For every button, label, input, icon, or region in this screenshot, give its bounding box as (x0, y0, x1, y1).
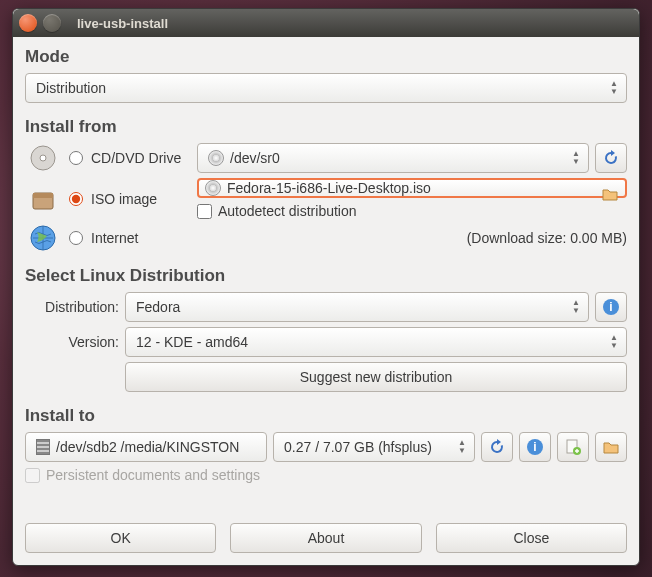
disc-icon (208, 150, 224, 166)
window-close-button[interactable] (19, 14, 37, 32)
distribution-value: Fedora (136, 299, 180, 315)
distribution-dropdown[interactable]: Fedora ▲▼ (125, 292, 589, 322)
source-internet-label: Internet (91, 230, 191, 246)
cd-device-value: /dev/sr0 (230, 150, 280, 166)
package-icon (25, 185, 61, 213)
mode-heading: Mode (25, 47, 627, 67)
chevron-updown-icon: ▲▼ (570, 148, 582, 168)
titlebar[interactable]: live-usb-install (13, 9, 639, 37)
target-refresh-button[interactable] (481, 432, 513, 462)
iso-file-chooser[interactable]: Fedora-15-i686-Live-Desktop.iso (197, 178, 627, 198)
target-add-button[interactable] (557, 432, 589, 462)
close-button[interactable]: Close (436, 523, 627, 553)
mode-dropdown-value: Distribution (36, 80, 106, 96)
info-icon: i (602, 298, 620, 316)
chevron-updown-icon: ▲▼ (608, 332, 620, 352)
cd-drive-icon (25, 144, 61, 172)
target-device-dropdown[interactable]: /dev/sdb2 /media/KINGSTON (25, 432, 267, 462)
window-body: Mode Distribution ▲▼ Install from CD/DVD… (13, 37, 639, 498)
source-cd-label: CD/DVD Drive (91, 150, 191, 166)
version-value: 12 - KDE - amd64 (136, 334, 248, 350)
suggest-distribution-button[interactable]: Suggest new distribution (125, 362, 627, 392)
suggest-distribution-label: Suggest new distribution (300, 369, 453, 385)
autodetect-row[interactable]: Autodetect distribution (197, 203, 627, 219)
persistent-checkbox (25, 468, 40, 483)
distribution-field-label: Distribution: (25, 299, 119, 315)
svg-rect-3 (33, 193, 53, 198)
target-browse-button[interactable] (595, 432, 627, 462)
install-to-heading: Install to (25, 406, 627, 426)
svg-text:i: i (609, 300, 612, 314)
persistent-row: Persistent documents and settings (25, 467, 627, 483)
folder-open-icon (601, 185, 619, 203)
svg-point-1 (40, 155, 46, 161)
target-device-value: /dev/sdb2 /media/KINGSTON (56, 439, 239, 455)
folder-open-icon (602, 438, 620, 456)
version-field-label: Version: (25, 334, 119, 350)
source-iso-radio[interactable] (69, 192, 83, 206)
select-dist-heading: Select Linux Distribution (25, 266, 627, 286)
install-from-heading: Install from (25, 117, 627, 137)
chevron-updown-icon: ▲▼ (456, 437, 468, 457)
source-iso-label: ISO image (91, 191, 191, 207)
app-window: live-usb-install Mode Distribution ▲▼ In… (12, 8, 640, 566)
document-add-icon (564, 438, 582, 456)
target-partition-dropdown[interactable]: 0.27 / 7.07 GB (hfsplus) ▲▼ (273, 432, 475, 462)
persistent-label: Persistent documents and settings (46, 467, 260, 483)
source-cd-radio[interactable] (69, 151, 83, 165)
button-bar: OK About Close (25, 523, 627, 553)
chevron-updown-icon: ▲▼ (570, 297, 582, 317)
ok-button[interactable]: OK (25, 523, 216, 553)
chevron-updown-icon: ▲▼ (608, 78, 620, 98)
cd-refresh-button[interactable] (595, 143, 627, 173)
refresh-icon (488, 438, 506, 456)
target-partition-value: 0.27 / 7.07 GB (hfsplus) (284, 439, 432, 455)
usb-icon (36, 439, 50, 455)
autodetect-label: Autodetect distribution (218, 203, 357, 219)
disc-icon (205, 180, 221, 196)
globe-icon (25, 224, 61, 252)
autodetect-checkbox[interactable] (197, 204, 212, 219)
info-icon: i (526, 438, 544, 456)
version-dropdown[interactable]: 12 - KDE - amd64 ▲▼ (125, 327, 627, 357)
svg-text:i: i (533, 440, 536, 454)
about-button[interactable]: About (230, 523, 421, 553)
window-minimize-button[interactable] (43, 14, 61, 32)
target-info-button[interactable]: i (519, 432, 551, 462)
mode-dropdown[interactable]: Distribution ▲▼ (25, 73, 627, 103)
distribution-info-button[interactable]: i (595, 292, 627, 322)
window-title: live-usb-install (77, 16, 168, 31)
cd-device-dropdown[interactable]: /dev/sr0 ▲▼ (197, 143, 589, 173)
refresh-icon (602, 149, 620, 167)
download-size-text: (Download size: 0.00 MB) (467, 230, 627, 246)
iso-file-value: Fedora-15-i686-Live-Desktop.iso (227, 180, 431, 196)
source-internet-radio[interactable] (69, 231, 83, 245)
